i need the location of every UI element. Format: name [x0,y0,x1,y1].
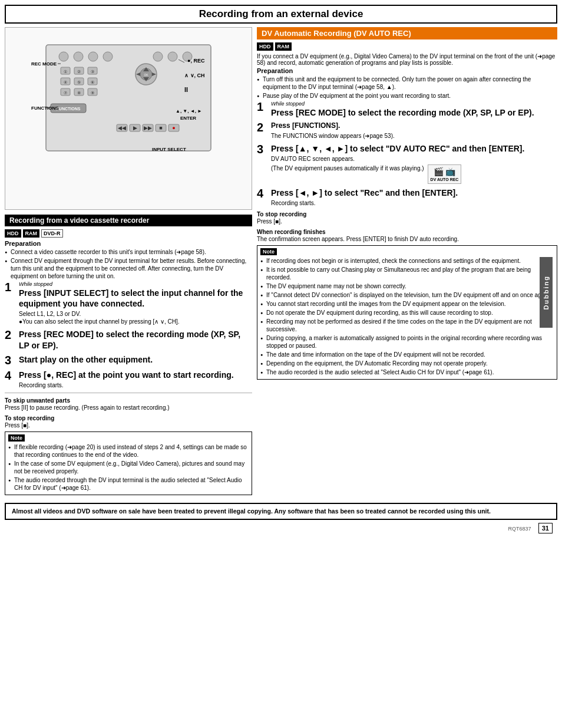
when-finishes-title: When recording finishes [257,229,326,235]
dv-prep-list: Turn off this unit and the equipment to … [257,75,557,100]
dv-intro: If you connect a DV equipment (e.g., Dig… [257,53,557,66]
right-outer: DV Automatic Recording (DV AUTO REC) HDD… [257,27,557,498]
dv-note-6: Do not operate the DV equipment during r… [260,309,554,317]
svg-text:④: ④ [64,80,67,84]
dv-step-3: 3 Press [▲, ▼, ◄, ►] to select "DV AUTO … [257,143,557,184]
dv-note-4: If "Cannot detect DV connection" is disp… [260,291,554,299]
dv-step-2: 2 Press [FUNCTIONS]. The FUNCTIONS windo… [257,121,557,140]
svg-text:FUNCTIONS: FUNCTIONS [31,106,59,111]
stop-title-dv: To stop recording [257,211,306,218]
dv-step-4: 4 Press [◄, ►] to select "Rec" and then … [257,187,557,207]
dv-note-7: Recording may not be performed as desire… [260,318,554,333]
device-image: ① ② ③ ④ ⑤ ⑥ ⑦ ⑧ ⑨ [5,27,252,210]
dv-note-10: Depending on the equipment, the DV Autom… [260,360,554,367]
stop-title-vcr: To stop recording [5,415,54,421]
page: Recording from an external device [0,5,562,728]
vcr-step-1: 1 While stopped Press [INPUT SELECT] to … [5,281,252,325]
svg-point-6 [168,52,177,61]
dv-prep-title: Preparation [257,67,557,74]
vcr-prep-item-1: Connect a video cassette recorder to thi… [5,248,252,256]
svg-text:⑦: ⑦ [64,91,67,95]
page-number: 31 [538,523,553,533]
page-title: Recording from an external device [199,8,363,19]
when-finishes-section: When recording finishes The confirmation… [257,228,557,242]
dubbing-bar: Dubbing [540,257,553,328]
when-finishes-text: The confirmation screen appears. Press [… [257,236,459,242]
dv-note-list: If recording does not begin or is interr… [260,257,554,376]
skip-title: To skip unwanted parts [5,397,70,404]
main-content: ① ② ③ ④ ⑤ ⑥ ⑦ ⑧ ⑨ [0,27,562,498]
dv-note-2: It is not possible to carry out Chasing … [260,266,554,281]
dv-note-9: The date and time information on the tap… [260,351,554,358]
vcr-step-2: 2 Press [REC MODE] to select the recordi… [5,329,252,350]
dv-note-5: You cannot start recording until the ima… [260,300,554,308]
svg-point-4 [103,52,113,61]
svg-text:⑨: ⑨ [91,91,94,95]
svg-text:③: ③ [91,70,94,74]
footer-warning: Almost all videos and DVD software on sa… [5,503,557,520]
stop-section-vcr: To stop recording Press [■]. [5,414,252,429]
stop-text-vcr: Press [■]. [5,422,30,429]
badge-hdd: HDD [5,229,21,238]
page-num-area: RQT6837 31 [0,525,562,535]
dv-note-1: If recording does not begin or is interr… [260,257,554,265]
svg-text:ENTER: ENTER [180,116,196,121]
dv-note-8: During copying, a marker is automaticall… [260,334,554,350]
svg-point-3 [88,52,98,61]
svg-text:II: II [184,86,188,93]
vcr-badge-row: HDD RAM DVD-R [5,229,252,238]
svg-point-5 [153,52,163,61]
dv-auto-rec-box: 🎬 📺 DV AUTO REC [428,164,462,184]
left-column: ① ② ③ ④ ⑤ ⑥ ⑦ ⑧ ⑨ [5,27,252,498]
stop-section-dv: To stop recording Press [■]. [257,210,557,225]
svg-text:⑧: ⑧ [77,91,81,95]
svg-text:⑥: ⑥ [91,80,94,84]
svg-text:▶: ▶ [133,125,137,131]
svg-text:●: ● [172,125,175,131]
svg-text:②: ② [77,70,81,74]
skip-section: To skip unwanted parts Press [II] to pau… [5,397,252,411]
svg-text:REC MODE: REC MODE [31,61,57,67]
svg-text:●, REC: ●, REC [187,58,205,64]
vcr-note-item-3: The audio recorded through the DV input … [8,476,249,492]
right-column: DV Automatic Recording (DV AUTO REC) HDD… [257,27,557,380]
svg-point-2 [74,52,83,61]
vcr-note-item-2: In the case of some DV equipment (e.g., … [8,460,249,475]
stop-text-dv: Press [■]. [257,218,282,225]
vcr-prep-title: Preparation [5,240,252,247]
svg-text:①: ① [64,70,67,74]
svg-point-1 [59,52,68,61]
vcr-note-list: If flexible recording (➜page 20) is used… [8,443,249,492]
svg-text:∧ ∨, CH: ∧ ∨, CH [184,73,205,78]
svg-text:OK: OK [144,73,148,77]
badge-dvdr: DVD-R [41,229,63,238]
dv-prep-item-2: Pause play of the DV equipment at the po… [257,92,557,100]
vcr-step-3: 3 Start play on the other equipment. [5,354,252,366]
svg-text:▲, ▼, ◄, ►: ▲, ▼, ◄, ► [176,108,202,114]
svg-text:INPUT SELECT: INPUT SELECT [152,147,186,152]
svg-text:▶▶: ▶▶ [144,125,152,131]
dv-badge-row: HDD RAM [257,42,557,51]
vcr-section-header: Recording from a video cassette recorder [5,215,252,226]
dv-badge-ram: RAM [275,42,292,51]
svg-text:⑤: ⑤ [77,80,81,84]
vcr-note-item-1: If flexible recording (➜page 20) is used… [8,443,249,459]
dv-note-3: The DV equipment name may not be shown c… [260,282,554,290]
badge-ram: RAM [23,229,40,238]
dv-badge-hdd: HDD [257,42,273,51]
svg-text:FUNCTIONS: FUNCTIONS [57,107,81,111]
vcr-prep-item-2: Connect DV equipment through the DV inpu… [5,257,252,280]
dubbing-label: Dubbing [543,275,550,310]
vcr-note-title: Note [8,434,25,442]
dv-prep-item-1: Turn off this unit and the equipment to … [257,75,557,91]
svg-text:■: ■ [159,125,162,131]
vcr-step-4: 4 Press [●, REC] at the point you want t… [5,370,252,389]
dv-step-1: 1 While stopped Press [REC MODE] to sele… [257,101,557,118]
svg-text:◀◀: ◀◀ [118,125,126,131]
dv-note-11: The audio recorded is the audio selected… [260,368,554,376]
dv-section-header: DV Automatic Recording (DV AUTO REC) [257,27,557,39]
dv-note-title: Note [260,248,277,255]
dv-note-box: Note If recording does not begin or is i… [257,245,557,380]
divider-1 [5,393,252,393]
vcr-prep-list: Connect a video cassette recorder to thi… [5,248,252,280]
